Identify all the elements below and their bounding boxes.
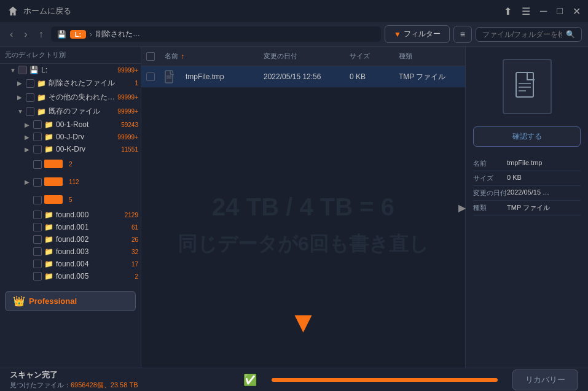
checkbox-found-000[interactable] — [33, 211, 42, 219]
row-name-text: tmpFile.tmp — [186, 72, 224, 81]
detail-row-name: 名前 tmpFile.tmp — [473, 157, 581, 171]
checkbox-orange-3[interactable] — [33, 196, 42, 204]
sidebar-count-found-002: 26 — [131, 236, 138, 243]
folder-icon-deleted: 📁 — [37, 79, 46, 88]
checkbox-other-lost[interactable] — [26, 93, 34, 102]
sidebar-item-root-drive[interactable]: ▼ 💾 L: 99999+ — [0, 64, 141, 76]
file-row[interactable]: tmpFile.tmp 2022/05/15 12:56 0 KB TMP ファ… — [141, 66, 465, 88]
checkbox-deleted[interactable] — [26, 79, 34, 88]
sidebar-item-found-001[interactable]: 📁 found.001 61 — [0, 221, 141, 233]
header-name: 名前 ↑ — [165, 52, 264, 61]
checkbox-found-004[interactable] — [33, 260, 42, 268]
status-bar: スキャン完了 見つけたファイル：6956428個、23.58 TB ✅ リカバリ… — [0, 368, 588, 391]
professional-label: Professional — [29, 296, 77, 306]
col-date-label: 変更の日付 — [264, 52, 297, 60]
sidebar-count-found-004: 17 — [131, 261, 138, 268]
svg-rect-3 — [44, 177, 53, 181]
recovery-button[interactable]: リカバリー — [512, 370, 578, 390]
sidebar-count-00-j-drv: 99999+ — [117, 134, 138, 141]
sidebar-item-orange-1[interactable]: 2 — [0, 155, 141, 173]
sidebar-count-found-000: 2129 — [125, 212, 138, 219]
sidebar-item-other-lost[interactable]: ▶ 📁 その他の失われたファイル 99999+ — [0, 90, 141, 104]
sidebar-label-root: L: — [41, 66, 115, 74]
professional-section: 👑 Professional — [0, 286, 141, 316]
checkbox-00-j-drv[interactable] — [33, 133, 42, 141]
sidebar-item-orange-2[interactable]: ▶ 112 — [0, 173, 141, 191]
filter-button[interactable]: ▼ フィルター — [385, 25, 450, 43]
expand-icon: ▼ — [17, 108, 26, 115]
title-bar: ホームに戻る ⬆ ☰ ─ □ ✕ — [0, 0, 588, 22]
sidebar-count-other-lost: 99999+ — [117, 94, 138, 101]
select-all-checkbox[interactable] — [146, 52, 155, 61]
svg-rect-1 — [44, 160, 53, 163]
folder-icon-orange-2 — [44, 175, 64, 189]
sidebar-item-found-002[interactable]: 📁 found.002 26 — [0, 233, 141, 246]
confirm-button[interactable]: 確認する — [473, 126, 581, 147]
sidebar-label-00-1-root: 00-1-Root — [56, 120, 119, 129]
detail-value-size: 0 KB — [507, 174, 581, 183]
status-title: スキャン完了 — [10, 370, 236, 381]
checkbox-orange-2[interactable] — [33, 178, 42, 187]
sidebar-item-found-004[interactable]: 📁 found.004 17 — [0, 258, 141, 270]
sidebar-item-00-j-drv[interactable]: ▶ 📁 00-J-Drv 99999+ — [0, 131, 141, 143]
sidebar-count-orange-2: 112 — [69, 179, 79, 185]
header-type: 種類 — [399, 52, 460, 61]
sidebar-item-existing[interactable]: ▼ 📁 既存のファイル 99999+ — [0, 104, 141, 118]
sidebar-item-found-000[interactable]: 📁 found.000 2129 — [0, 209, 141, 221]
filter-label: フィルター — [404, 29, 441, 39]
overlay-content: 24 TB / 4 TB = 6 同じデータが6回も書き直し — [141, 83, 465, 331]
progress-bar — [272, 378, 498, 382]
panel-expand-arrow[interactable]: ▶ — [458, 201, 466, 213]
professional-button[interactable]: 👑 Professional — [5, 291, 136, 311]
checkbox-00-1-root[interactable] — [33, 120, 42, 129]
folder-icon-other-lost: 📁 — [37, 93, 46, 102]
sidebar-label-found-002: found.002 — [56, 235, 129, 244]
up-button[interactable]: ↑ — [35, 26, 47, 42]
sidebar-label-other-lost: その他の失われたファイル — [49, 92, 115, 103]
sidebar-label-00-j-drv: 00-J-Drv — [56, 133, 115, 141]
file-list: 名前 ↑ 変更の日付 サイズ 種類 — [141, 47, 465, 368]
back-button[interactable]: ‹ — [6, 26, 17, 42]
close-icon[interactable]: ✕ — [573, 6, 581, 17]
checkbox-found-005[interactable] — [33, 272, 42, 281]
home-link[interactable]: ホームに戻る — [23, 6, 71, 17]
sidebar-count-orange-1: 2 — [69, 161, 73, 168]
checkbox-found-002[interactable] — [33, 235, 42, 244]
header-check — [146, 52, 165, 61]
expand-icon: ▼ — [10, 67, 18, 74]
detail-label-date: 変更の日付 — [473, 188, 507, 198]
folder-icon-00-j-drv: 📁 — [44, 133, 53, 141]
drive-label: L: — [70, 30, 86, 39]
detail-value-type: TMP ファイル — [507, 203, 581, 212]
view-menu-button[interactable]: ≡ — [453, 26, 472, 43]
svg-rect-9 — [516, 72, 533, 97]
checkbox-00-k-drv[interactable] — [33, 145, 42, 153]
maximize-icon[interactable]: □ — [557, 6, 563, 17]
minimize-icon[interactable]: ─ — [540, 6, 547, 17]
sidebar-item-00-1-root[interactable]: ▶ 📁 00-1-Root 59243 — [0, 118, 141, 131]
detail-row-date: 変更の日付 2022/05/15 … — [473, 186, 581, 201]
sidebar-item-found-005[interactable]: 📁 found.005 2 — [0, 270, 141, 282]
share-icon[interactable]: ⬆ — [504, 6, 512, 17]
sort-icon[interactable]: ↑ — [181, 52, 184, 61]
folder-icon-found-003: 📁 — [44, 247, 53, 256]
checkbox-existing[interactable] — [26, 107, 34, 116]
checkbox-found-003[interactable] — [33, 247, 42, 256]
sidebar-label-00-k-drv: 00-K-Drv — [56, 145, 119, 153]
menu-icon[interactable]: ☰ — [522, 6, 530, 17]
checkbox-found-001[interactable] — [33, 223, 42, 231]
forward-button[interactable]: › — [20, 26, 31, 42]
sidebar-item-orange-3[interactable]: 5 — [0, 191, 141, 209]
row-size: 0 KB — [350, 72, 399, 81]
checkbox-orange-1[interactable] — [33, 160, 42, 169]
folder-icon-00-k-drv: 📁 — [44, 145, 53, 153]
row-checkbox[interactable] — [146, 72, 155, 81]
checkbox-root[interactable] — [18, 66, 27, 74]
sidebar-item-deleted[interactable]: ▶ 📁 削除されたファイル 1 — [0, 76, 141, 90]
sidebar-item-00-k-drv[interactable]: ▶ 📁 00-K-Drv 11551 — [0, 143, 141, 155]
search-input[interactable] — [482, 30, 562, 39]
expand-icon: ▶ — [25, 122, 33, 128]
address-bar: 💾 L: › 削除された… — [51, 26, 381, 42]
path-separator: › — [90, 30, 92, 39]
sidebar-item-found-003[interactable]: 📁 found.003 32 — [0, 246, 141, 258]
